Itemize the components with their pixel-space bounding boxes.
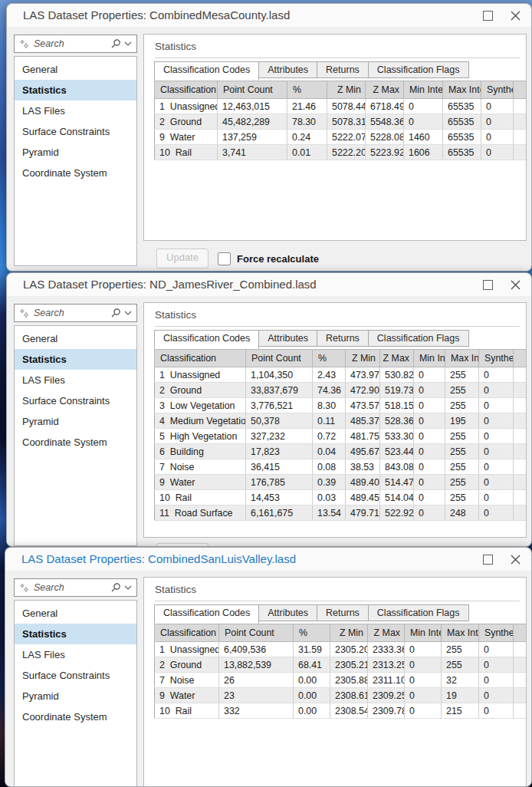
sidebar-item-general[interactable]: General: [15, 603, 136, 624]
sidebar-item-pyramid[interactable]: Pyramid: [15, 686, 136, 706]
column-header[interactable]: Classification: [155, 350, 246, 367]
tab-classification-codes[interactable]: Classification Codes: [154, 604, 259, 624]
tab-classification-flags[interactable]: Classification Flags: [368, 61, 469, 78]
sidebar-item-coordinate-system[interactable]: Coordinate System: [15, 163, 136, 183]
column-header[interactable]: Syntheti: [479, 624, 514, 642]
chevron-down-icon[interactable]: [124, 41, 132, 47]
table-row[interactable]: 9 Water137,2590.245222.075228.0814606553…: [155, 130, 527, 145]
update-button[interactable]: Update: [156, 249, 209, 268]
chevron-down-icon[interactable]: [124, 584, 132, 591]
tab-returns[interactable]: Returns: [317, 61, 369, 78]
table-row[interactable]: 6 Building17,8230.04495.67523.4402550: [155, 444, 527, 459]
tab-returns[interactable]: Returns: [317, 604, 369, 621]
table-row[interactable]: 10 Rail3,7410.015222.205223.921606655350: [155, 145, 527, 160]
search-box[interactable]: [14, 578, 137, 597]
force-recalculate-label: Force recalculate: [237, 253, 319, 265]
table-row[interactable]: 2 Ground13,882,53968.412305.212313.25025…: [155, 657, 527, 673]
column-header[interactable]: Z Min: [327, 81, 366, 99]
table-row[interactable]: 10 Rail3320.002308.542309.7802150: [155, 703, 527, 719]
table-row[interactable]: 5 High Vegetation327,2320.72481.75533.30…: [155, 429, 527, 444]
tab-attributes[interactable]: Attributes: [258, 604, 317, 621]
titlebar[interactable]: LAS Dataset Properties: CombinedMesaCoun…: [7, 4, 531, 27]
column-header[interactable]: Max Inte: [442, 624, 479, 642]
search-box[interactable]: [14, 35, 137, 53]
sidebar-item-coordinate-system[interactable]: Coordinate System: [15, 706, 136, 727]
table-row[interactable]: 7 Noise36,4150.0838.53843.0802550: [155, 459, 527, 475]
close-button[interactable]: [502, 275, 528, 295]
column-header[interactable]: Point Count: [246, 350, 313, 367]
column-header[interactable]: Max Inte: [443, 81, 481, 99]
table-row[interactable]: 7 Noise260.002305.882311.100320: [155, 673, 527, 688]
sidebar-item-general[interactable]: General: [15, 59, 136, 80]
close-button[interactable]: [502, 549, 528, 569]
sidebar-item-pyramid[interactable]: Pyramid: [15, 411, 136, 432]
search-box[interactable]: [14, 304, 137, 322]
table-row[interactable]: 1 Unassigned12,463,01521.465078.446718.4…: [155, 99, 527, 114]
titlebar[interactable]: LAS Dataset Properties: ND_JamesRiver_Co…: [7, 273, 531, 296]
tab-classification-codes[interactable]: Classification Codes: [154, 61, 259, 81]
column-header[interactable]: [514, 624, 527, 642]
column-header[interactable]: Max Int: [445, 350, 479, 367]
column-header[interactable]: Min Int: [414, 350, 445, 367]
column-header[interactable]: Classification: [155, 624, 219, 642]
search-input[interactable]: [32, 581, 107, 594]
column-header[interactable]: %: [294, 624, 330, 642]
tab-attributes[interactable]: Attributes: [258, 61, 317, 78]
column-header[interactable]: %: [287, 81, 327, 99]
search-input[interactable]: [32, 38, 107, 50]
sidebar-item-surface-constraints[interactable]: Surface Constraints: [15, 390, 136, 411]
chevron-down-icon[interactable]: [124, 310, 132, 316]
table-row[interactable]: 2 Ground45,482,28978.305078.315548.36065…: [155, 114, 527, 130]
sidebar-item-statistics[interactable]: Statistics: [15, 80, 136, 100]
tab-attributes[interactable]: Attributes: [258, 330, 317, 347]
tab-classification-codes[interactable]: Classification Codes: [154, 330, 259, 349]
column-header[interactable]: Z Max: [366, 81, 404, 99]
table-row[interactable]: 9 Water230.002308.612309.250190: [155, 688, 527, 703]
column-header[interactable]: Min Inte: [405, 624, 442, 642]
tab-returns[interactable]: Returns: [317, 330, 369, 347]
table-row[interactable]: 3 Low Vegetation3,776,5218.30473.57518.1…: [155, 398, 527, 413]
sidebar-item-las-files[interactable]: LAS Files: [15, 370, 136, 390]
titlebar[interactable]: LAS Dataset Properties: CombinedSanLuisV…: [5, 548, 531, 571]
sidebar-item-coordinate-system[interactable]: Coordinate System: [15, 432, 136, 453]
table-row[interactable]: 1 Unassigned6,409,53631.592305.202333.36…: [155, 642, 527, 657]
sidebar-item-statistics[interactable]: Statistics: [15, 624, 136, 644]
table-row[interactable]: 2 Ground33,837,67974.36472.90519.7302550: [155, 383, 527, 398]
column-header[interactable]: Min Inte: [404, 81, 443, 99]
table-row[interactable]: 10 Rail14,4530.03489.45514.0402550: [155, 490, 527, 505]
sidebar-item-las-files[interactable]: LAS Files: [15, 644, 136, 665]
table-row[interactable]: 1 Unassigned1,104,3502.43473.97530.82025…: [155, 367, 527, 383]
search-icon[interactable]: [110, 308, 121, 318]
sidebar-item-las-files[interactable]: LAS Files: [15, 100, 136, 121]
tab-classification-flags[interactable]: Classification Flags: [368, 604, 469, 621]
column-header[interactable]: [514, 81, 527, 99]
table-row[interactable]: 9 Water176,7850.39489.40514.4702550: [155, 475, 527, 490]
column-header[interactable]: Point Count: [218, 81, 287, 99]
column-header[interactable]: Z Max: [380, 350, 414, 367]
search-icon[interactable]: [110, 582, 121, 593]
search-input[interactable]: [32, 307, 107, 319]
sidebar-item-general[interactable]: General: [15, 328, 136, 349]
column-header[interactable]: Z Min: [330, 624, 368, 642]
maximize-button[interactable]: [475, 275, 501, 295]
tab-classification-flags[interactable]: Classification Flags: [368, 330, 469, 347]
sidebar-item-statistics[interactable]: Statistics: [15, 349, 136, 370]
close-button[interactable]: [502, 5, 528, 25]
column-header[interactable]: Classification: [155, 81, 218, 99]
column-header[interactable]: Z Min: [346, 350, 380, 367]
column-header[interactable]: Z Max: [368, 624, 405, 642]
force-recalculate-checkbox[interactable]: [218, 252, 231, 265]
column-header[interactable]: %: [313, 350, 346, 367]
table-row[interactable]: 4 Medium Vegetation50,3780.11485.37528.3…: [155, 413, 527, 429]
sidebar-item-pyramid[interactable]: Pyramid: [15, 142, 136, 163]
column-header[interactable]: Point Count: [219, 624, 294, 642]
sidebar-item-surface-constraints[interactable]: Surface Constraints: [15, 665, 136, 686]
table-row[interactable]: 11 Road Surface6,161,67513.54479.71522.9…: [155, 505, 527, 521]
maximize-button[interactable]: [475, 549, 501, 569]
column-header[interactable]: [514, 350, 527, 367]
column-header[interactable]: Syntheti: [481, 81, 514, 99]
search-icon[interactable]: [110, 38, 121, 49]
maximize-button[interactable]: [475, 5, 501, 25]
column-header[interactable]: Synthet: [479, 350, 514, 367]
sidebar-item-surface-constraints[interactable]: Surface Constraints: [15, 121, 136, 142]
